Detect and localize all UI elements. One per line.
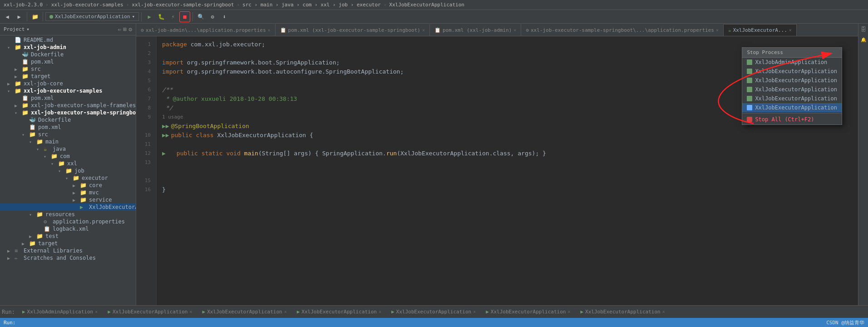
tree-item-job[interactable]: ▾ 📁 job bbox=[0, 167, 136, 174]
stop-item-2[interactable]: XxlJobExecutorApplication bbox=[742, 67, 842, 76]
ln-7: 7 bbox=[136, 94, 153, 104]
tree-item-readme[interactable]: 📄 README.md bbox=[0, 36, 136, 44]
settings-button[interactable]: ⚙ bbox=[207, 11, 218, 22]
tree-item-xxl-job-admin[interactable]: ▾ 📁 xxl-job-admin bbox=[0, 44, 136, 51]
tab-close-4[interactable]: × bbox=[716, 28, 719, 33]
bottom-tab-1-close[interactable]: × bbox=[95, 309, 98, 314]
tree-item-mvc[interactable]: ▶ 📁 mvc bbox=[0, 189, 136, 196]
tree-item-xxl[interactable]: ▾ 📁 xxl bbox=[0, 160, 136, 167]
tab-close-3[interactable]: × bbox=[513, 28, 516, 33]
bottom-tab-7-close[interactable]: × bbox=[662, 309, 665, 314]
bottom-tab-1[interactable]: ▶ XxlJobAdminApplication × bbox=[18, 307, 102, 317]
bottom-tab-3-close[interactable]: × bbox=[284, 309, 287, 314]
bottom-tab-5[interactable]: ▶ XxlJobExecutorApplication × bbox=[387, 307, 480, 317]
update-button[interactable]: ⬇ bbox=[219, 11, 230, 22]
stop-item-3[interactable]: XxlJobExecutorApplication bbox=[742, 76, 842, 85]
xxl-job-core-icon: 📁 bbox=[15, 80, 23, 87]
tree-item-springboot[interactable]: ▾ 📁 xxl-job-executor-sample-springboot bbox=[0, 109, 136, 116]
tree-item-app-prop[interactable]: ⚙ application.properties bbox=[0, 218, 136, 225]
notification-icon[interactable]: 🔔 bbox=[859, 35, 868, 44]
debug-button[interactable]: 🐛 bbox=[156, 11, 167, 22]
tab-app-prop-sb[interactable]: ⚙ xxl-job-executor-sample-springboot\...… bbox=[521, 24, 724, 36]
stop-all-item[interactable]: Stop All (Ctrl+F2) bbox=[742, 114, 842, 124]
job-label: job bbox=[74, 168, 84, 174]
tree-item-xxl-job-app[interactable]: ▶ XxlJobExecutorApplica bbox=[0, 203, 136, 211]
bottom-tab-7[interactable]: ▶ XxlJobExecutorApplication × bbox=[576, 307, 669, 317]
bottom-tab-6-close[interactable]: × bbox=[567, 309, 570, 314]
bottom-tab-4[interactable]: ▶ XxlJobExecutorApplication × bbox=[292, 307, 386, 317]
sidebar: Project ▾ ⇐ ⊞ ⚙ 📄 README.md ▾ 📁 x bbox=[0, 24, 136, 305]
pom-samples-icon: 📋 bbox=[22, 95, 30, 101]
xxl-job-admin-folder-icon: 📁 bbox=[15, 44, 23, 50]
stop-item-6[interactable]: XxlJobExecutorApplication bbox=[742, 103, 842, 112]
tree-item-dockerfile-sb[interactable]: 🐳 Dockerfile bbox=[0, 116, 136, 124]
tree-item-frameless[interactable]: ▶ 📁 xxl-job-executor-sample-frameless bbox=[0, 102, 136, 109]
toolbar-sep-2 bbox=[43, 12, 43, 21]
stop-item-3-icon bbox=[747, 78, 752, 83]
tree-item-service[interactable]: ▶ 📁 service bbox=[0, 196, 136, 203]
stop-item-5[interactable]: XxlJobExecutorApplication bbox=[742, 94, 842, 103]
tree-item-core[interactable]: ▶ 📁 core bbox=[0, 182, 136, 189]
test-icon: 📁 bbox=[36, 233, 44, 239]
scroll-to-icon[interactable]: ⊞ bbox=[123, 26, 127, 33]
project-icon[interactable]: 📁 bbox=[30, 11, 40, 22]
tree-item-scratches[interactable]: ▶ ✏ Scratches and Consoles bbox=[0, 254, 136, 262]
tree-item-executor-samples[interactable]: ▾ 📁 xxl-job-executor-samples bbox=[0, 87, 136, 94]
title-part-2: xxl-job-executor-samples bbox=[51, 2, 123, 8]
tree-item-com[interactable]: ▾ 📁 com bbox=[0, 153, 136, 160]
tab-app-prop[interactable]: ⚙ xxl-job-admin\...\application.properti… bbox=[136, 24, 276, 36]
run-config-selector[interactable]: XxlJobExecutorApplication ▾ bbox=[45, 12, 139, 21]
tree-item-pom-samples[interactable]: 📋 pom.xml bbox=[0, 94, 136, 102]
database-icon[interactable]: 🗄 bbox=[859, 25, 868, 34]
right-sidebar: 🗄 🔔 bbox=[858, 24, 868, 305]
coverage-button[interactable]: ⚡ bbox=[168, 11, 178, 22]
run-button[interactable]: ▶ bbox=[144, 11, 155, 22]
tab-close-5[interactable]: × bbox=[789, 28, 792, 33]
tree-item-logback[interactable]: 📋 logback.xml bbox=[0, 225, 136, 233]
bottom-tab-4-close[interactable]: × bbox=[379, 309, 381, 314]
tab-pom-admin[interactable]: 📋 pom.xml (xxl-job-admin) × bbox=[430, 24, 521, 36]
bottom-tab-2[interactable]: ▶ XxlJobExecutorApplication × bbox=[103, 307, 197, 317]
com-icon: 📁 bbox=[51, 153, 59, 159]
springboot-icon: 📁 bbox=[22, 109, 30, 116]
tree-item-pom-admin[interactable]: 📋 pom.xml bbox=[0, 58, 136, 65]
ln-3: 3 bbox=[136, 58, 153, 67]
tree-item-target-sb[interactable]: ▶ 📁 target bbox=[0, 240, 136, 247]
collapse-all-icon[interactable]: ⇐ bbox=[118, 26, 122, 33]
tree-item-resources[interactable]: ▾ 📁 resources bbox=[0, 211, 136, 218]
search-button[interactable]: 🔍 bbox=[195, 11, 206, 22]
tree-item-main[interactable]: ▾ 📁 main bbox=[0, 138, 136, 145]
job-icon: 📁 bbox=[65, 168, 74, 174]
bottom-tab-6[interactable]: ▶ XxlJobExecutorApplication × bbox=[481, 307, 575, 317]
bottom-tab-3[interactable]: ▶ XxlJobExecutorApplication × bbox=[198, 307, 291, 317]
tree-item-test[interactable]: ▶ 📁 test bbox=[0, 233, 136, 240]
stop-button[interactable]: ■ bbox=[179, 11, 190, 22]
toolbar-sep-3 bbox=[141, 12, 142, 21]
bottom-tab-2-close[interactable]: × bbox=[189, 309, 192, 314]
tab-close-2[interactable]: × bbox=[422, 28, 425, 33]
tree-item-src-admin[interactable]: ▶ 📁 src bbox=[0, 65, 136, 73]
tree-item-dockerfile[interactable]: 🐳 Dockerfile bbox=[0, 51, 136, 58]
tree-item-src-sb[interactable]: ▾ 📁 src bbox=[0, 131, 136, 138]
tree-item-target-admin[interactable]: ▶ 📁 target bbox=[0, 73, 136, 80]
tree-item-executor[interactable]: ▾ 📁 executor bbox=[0, 174, 136, 182]
tree-item-xxl-job-core[interactable]: ▶ 📁 xxl-job-core bbox=[0, 80, 136, 87]
ln-10: 10 bbox=[136, 131, 153, 140]
stop-item-4[interactable]: XxlJobExecutorApplication bbox=[742, 85, 842, 94]
stop-item-1[interactable]: XxlJobAdminApplication bbox=[742, 58, 842, 67]
tab-close-1[interactable]: × bbox=[268, 28, 271, 33]
tab-xxl-job-app[interactable]: ☕ XxlJobExecutorA... × bbox=[724, 24, 797, 36]
xxl-job-app-icon: ▶ bbox=[80, 204, 88, 210]
bottom-tab-5-close[interactable]: × bbox=[473, 309, 476, 314]
sidebar-dropdown-arrow[interactable]: ▾ bbox=[26, 26, 30, 32]
back-button[interactable]: ◀ bbox=[2, 11, 13, 22]
bottom-tab-4-icon: ▶ bbox=[297, 309, 300, 315]
tab-pom-sb[interactable]: 📋 pom.xml (xxl-job-executor-sample-sprin… bbox=[276, 24, 430, 36]
settings-sidebar-icon[interactable]: ⚙ bbox=[128, 26, 132, 33]
service-icon: 📁 bbox=[80, 197, 88, 203]
tree-item-ext-libs[interactable]: ▶ ≡ External Libraries bbox=[0, 247, 136, 254]
forward-button[interactable]: ▶ bbox=[14, 11, 25, 22]
stop-item-4-label: XxlJobExecutorApplication bbox=[755, 86, 837, 93]
tree-item-pom-sb[interactable]: 📋 pom.xml bbox=[0, 124, 136, 131]
tree-item-java[interactable]: ▾ ☕ java bbox=[0, 145, 136, 153]
